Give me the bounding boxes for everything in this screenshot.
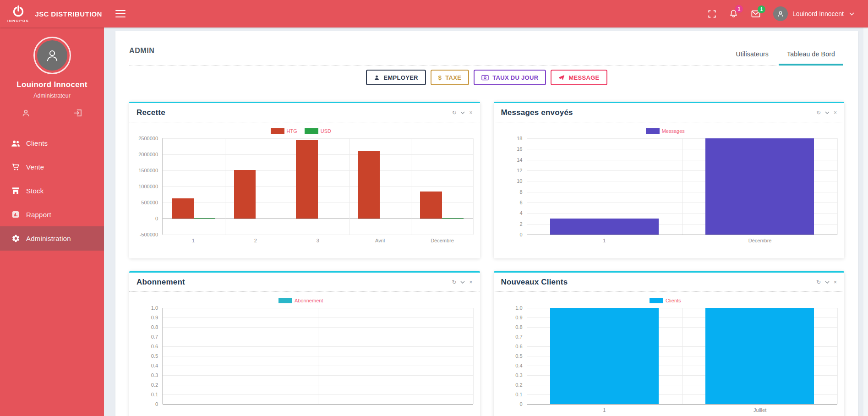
sidebar-item-rapport[interactable]: Rapport: [0, 203, 104, 226]
admin-panel: ADMIN Utilisateurs Tableau de Bord EMPLO…: [115, 31, 858, 416]
legend-label: HTG: [287, 128, 297, 134]
main-content: ADMIN Utilisateurs Tableau de Bord EMPLO…: [104, 0, 868, 416]
y-tick-label: 2500000: [138, 136, 158, 141]
bar: [296, 140, 317, 219]
collapse-icon[interactable]: [825, 281, 830, 284]
cart-icon: [11, 163, 20, 171]
send-icon: [558, 75, 565, 81]
refresh-icon[interactable]: ↻: [452, 110, 456, 115]
y-tick-label: 500000: [141, 200, 158, 205]
taux-du-jour-button[interactable]: TAUX DU JOUR: [474, 70, 546, 85]
brand: INNOPOS JSC DISTRIBUTION: [0, 5, 104, 23]
scrollbar[interactable]: [863, 27, 868, 416]
close-icon[interactable]: ×: [469, 279, 472, 285]
chart-legend: Abonnement: [136, 294, 474, 308]
y-tick-label: 1500000: [138, 168, 158, 173]
profile-icon[interactable]: [21, 108, 31, 118]
y-tick-label: 16: [517, 146, 522, 152]
close-icon[interactable]: ×: [469, 110, 472, 115]
topbar: INNOPOS JSC DISTRIBUTION 1 1 Louinord In…: [0, 0, 868, 27]
hamburger-menu-icon[interactable]: [115, 10, 126, 18]
sidebar-menu: Clients Vente Stock Rapport Administrati…: [0, 131, 104, 251]
refresh-icon[interactable]: ↻: [816, 279, 821, 285]
y-tick-label: 0.4: [151, 363, 158, 368]
employer-button[interactable]: EMPLOYER: [366, 70, 426, 85]
user-avatar: [773, 6, 788, 21]
y-tick-label: 0.2: [151, 382, 158, 388]
x-tick-label: Décembre: [748, 238, 772, 243]
message-button[interactable]: MESSAGE: [551, 70, 607, 85]
sidebar-item-vente[interactable]: Vente: [0, 155, 104, 179]
x-tick-label: Juillet: [753, 407, 766, 413]
notifications-button[interactable]: 1: [729, 9, 738, 19]
legend-label: Messages: [662, 128, 685, 134]
profile-role: Administrateur: [0, 93, 104, 99]
y-tick-label: 0.2: [515, 382, 522, 388]
bar: [442, 218, 464, 219]
messages-button[interactable]: 1: [751, 9, 761, 18]
bar: [234, 170, 256, 219]
collapse-icon[interactable]: [460, 281, 465, 284]
person-icon: [374, 75, 380, 81]
card-title: Messages envoyés: [501, 108, 573, 117]
fullscreen-icon[interactable]: [708, 10, 716, 18]
brand-name: JSC DISTRIBUTION: [35, 10, 102, 18]
notification-badge: 1: [735, 5, 743, 13]
card-header: Recette ↻ ×: [129, 103, 480, 122]
x-tick-label: 2: [254, 238, 257, 243]
card-header: Nouveaux Clients ↻ ×: [494, 273, 845, 292]
taxe-button[interactable]: $ TAXE: [431, 70, 469, 85]
y-tick-label: 8: [519, 189, 522, 195]
sidebar-profile: Louinord Innocent Administrateur: [0, 27, 104, 118]
y-tick-label: 12: [517, 168, 522, 173]
bar: [550, 308, 659, 404]
y-tick-label: 14: [517, 157, 522, 163]
y-tick-label: 1.0: [151, 305, 158, 311]
sidebar-item-label: Clients: [26, 139, 48, 147]
close-icon[interactable]: ×: [834, 110, 837, 115]
card-title: Abonnement: [136, 278, 185, 287]
y-tick-label: 0.4: [515, 363, 522, 368]
sidebar-item-stock[interactable]: Stock: [0, 179, 104, 203]
y-tick-label: 0.5: [515, 353, 522, 359]
collapse-icon[interactable]: [825, 111, 830, 115]
sidebar-item-administration[interactable]: Administration: [0, 226, 104, 251]
y-tick-label: 0.5: [151, 353, 158, 359]
collapse-icon[interactable]: [460, 111, 465, 115]
dashboard-cards: Recette ↻ × HTGUSD2500000200000015000001…: [129, 85, 844, 416]
x-tick-label: Décembre: [431, 238, 454, 243]
card-abonnement: Abonnement ↻ × Abonnement1.00.90.80.70.6…: [129, 271, 480, 416]
sidebar-item-clients[interactable]: Clients: [0, 131, 104, 155]
bar: [705, 308, 814, 404]
plot-area: [162, 138, 474, 235]
report-icon: [11, 210, 20, 219]
profile-name: Louinord Innocent: [0, 80, 104, 89]
y-tick-label: 0.6: [515, 344, 522, 349]
y-tick-label: 0.1: [515, 392, 522, 397]
logout-icon[interactable]: [73, 108, 83, 118]
tab-utilisateurs[interactable]: Utilisateurs: [726, 45, 778, 65]
y-tick-label: 0.3: [151, 372, 158, 378]
clients-icon: [11, 140, 20, 147]
plot-area: [527, 308, 838, 404]
tab-tableau-de-bord[interactable]: Tableau de Bord: [778, 45, 844, 65]
bar: [550, 219, 659, 235]
user-menu[interactable]: Louinord Innocent: [773, 6, 854, 21]
store-icon: [11, 187, 20, 195]
refresh-icon[interactable]: ↻: [816, 110, 821, 115]
chevron-down-icon: [849, 12, 854, 16]
card-header: Messages envoyés ↻ ×: [494, 103, 845, 122]
clients-chart: Clients1.00.90.80.70.60.50.40.30.20.101J…: [500, 294, 838, 415]
sidebar-item-label: Stock: [26, 187, 44, 195]
chart-legend: Clients: [500, 294, 838, 308]
x-tick-label: 3: [317, 238, 319, 243]
close-icon[interactable]: ×: [834, 279, 837, 285]
mail-badge: 1: [758, 5, 765, 13]
y-tick-label: 0: [519, 401, 522, 407]
y-tick-label: 0.1: [151, 392, 158, 397]
abonnement-chart: Abonnement1.00.90.80.70.60.50.40.30.20.1…: [136, 294, 474, 415]
dollar-icon: $: [438, 74, 442, 81]
refresh-icon[interactable]: ↻: [452, 279, 456, 285]
bar: [705, 138, 814, 235]
cash-icon: [481, 75, 489, 81]
